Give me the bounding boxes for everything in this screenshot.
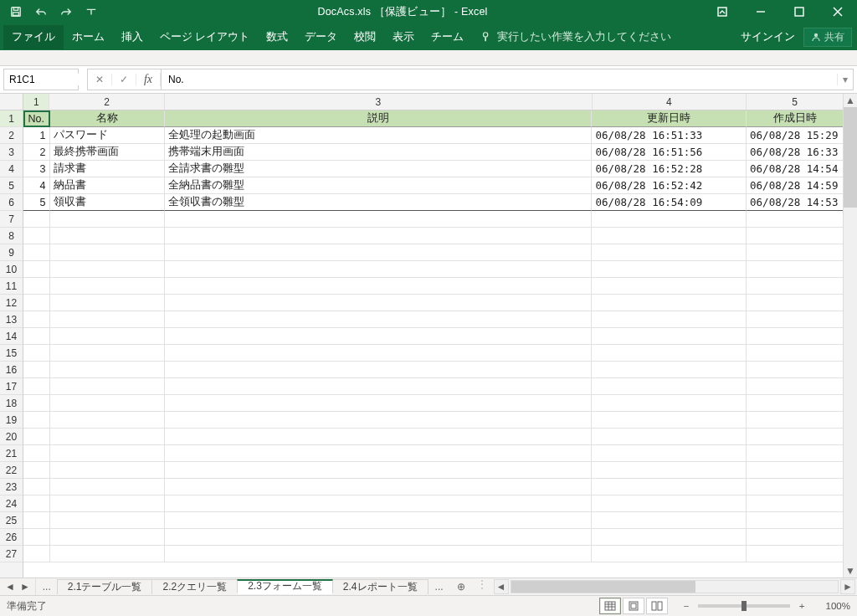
cell[interactable]: [747, 546, 844, 562]
cell[interactable]: 全請求書の雛型: [165, 161, 592, 177]
cell[interactable]: [747, 211, 844, 228]
name-box[interactable]: ▾: [3, 69, 79, 90]
tab-データ[interactable]: データ: [296, 25, 346, 49]
sheet-tab[interactable]: 2.1テーブル一覧: [57, 579, 153, 594]
cell[interactable]: [23, 261, 50, 278]
tab-校閲[interactable]: 校閲: [346, 25, 384, 49]
cell[interactable]: 名称: [50, 110, 166, 127]
cancel-edit-icon[interactable]: ✕: [88, 74, 112, 85]
row-header[interactable]: 11: [0, 278, 23, 295]
cell[interactable]: [592, 378, 747, 395]
cell[interactable]: [23, 462, 50, 479]
column-headers[interactable]: 12345: [23, 94, 844, 110]
cell[interactable]: 06/08/28 16:54:09: [592, 194, 747, 211]
view-page-layout-icon[interactable]: [623, 598, 644, 614]
row-header[interactable]: 26: [0, 529, 23, 546]
col-header[interactable]: 2: [49, 94, 164, 110]
row-header[interactable]: 12: [0, 295, 23, 311]
row-header[interactable]: 9: [0, 244, 23, 261]
close-icon[interactable]: [819, 0, 857, 23]
cell[interactable]: [50, 261, 166, 278]
cell[interactable]: [747, 512, 844, 529]
row-header[interactable]: 7: [0, 211, 23, 228]
cell[interactable]: [592, 445, 747, 462]
cell[interactable]: [50, 328, 166, 345]
cell[interactable]: [165, 512, 592, 529]
view-page-break-icon[interactable]: [646, 598, 668, 614]
cell[interactable]: 全納品書の雛型: [165, 177, 592, 194]
row-header[interactable]: 6: [0, 194, 23, 211]
cell[interactable]: [50, 345, 166, 362]
cell[interactable]: [23, 362, 50, 378]
cell[interactable]: [747, 429, 844, 445]
cell[interactable]: [165, 278, 592, 295]
save-icon[interactable]: [5, 2, 27, 22]
redo-icon[interactable]: [55, 2, 77, 22]
cell[interactable]: 06/08/28 16:52:28: [592, 161, 747, 177]
formula-input[interactable]: [162, 74, 837, 85]
cell[interactable]: 5: [23, 194, 50, 211]
row-header[interactable]: 1: [0, 110, 23, 127]
cell[interactable]: [165, 546, 592, 562]
cell[interactable]: [23, 512, 50, 529]
cell[interactable]: [23, 395, 50, 412]
view-normal-icon[interactable]: [599, 598, 621, 614]
row-header[interactable]: 27: [0, 546, 23, 562]
cell[interactable]: [747, 479, 844, 495]
horizontal-scroll-thumb[interactable]: [511, 581, 695, 593]
cell[interactable]: [23, 244, 50, 261]
cell[interactable]: [23, 328, 50, 345]
cells-area[interactable]: No.名称説明更新日時作成日時1パスワード全処理の起動画面06/08/28 16…: [23, 110, 844, 578]
cell[interactable]: [747, 261, 844, 278]
cell[interactable]: [50, 378, 166, 395]
cell[interactable]: [165, 378, 592, 395]
cell[interactable]: [592, 345, 747, 362]
sheet-tabs-trailing-ellipsis[interactable]: ...: [428, 579, 450, 594]
cell[interactable]: [23, 445, 50, 462]
select-all-corner[interactable]: [0, 94, 23, 110]
cell[interactable]: [165, 228, 592, 244]
cell[interactable]: [23, 211, 50, 228]
row-header[interactable]: 17: [0, 378, 23, 395]
cell[interactable]: [50, 228, 166, 244]
cell[interactable]: パスワード: [50, 127, 166, 144]
cell[interactable]: [747, 529, 844, 546]
cell[interactable]: [165, 211, 592, 228]
row-header[interactable]: 10: [0, 261, 23, 278]
cell[interactable]: 06/08/28 15:29: [747, 127, 844, 144]
row-header[interactable]: 13: [0, 311, 23, 328]
row-header[interactable]: 25: [0, 512, 23, 529]
cell[interactable]: [592, 244, 747, 261]
col-header[interactable]: 1: [23, 94, 49, 110]
cell[interactable]: [747, 395, 844, 412]
cell[interactable]: 06/08/28 14:54: [747, 161, 844, 177]
cell[interactable]: [747, 462, 844, 479]
row-header[interactable]: 19: [0, 412, 23, 429]
tab-チーム[interactable]: チーム: [423, 25, 472, 49]
cell[interactable]: 06/08/28 16:52:42: [592, 177, 747, 194]
qat-customize-icon[interactable]: [80, 2, 102, 22]
cell[interactable]: [592, 261, 747, 278]
sheet-prev-icon[interactable]: ◄: [5, 581, 15, 593]
cell[interactable]: [747, 311, 844, 328]
cell[interactable]: [50, 311, 166, 328]
cell[interactable]: [747, 445, 844, 462]
cell[interactable]: [23, 278, 50, 295]
cell[interactable]: [165, 429, 592, 445]
sheet-tabs-leading-ellipsis[interactable]: ...: [36, 579, 58, 594]
cell[interactable]: [747, 362, 844, 378]
cell[interactable]: 06/08/28 16:51:33: [592, 127, 747, 144]
cell[interactable]: [50, 529, 166, 546]
col-header[interactable]: 5: [747, 94, 844, 110]
vertical-scrollbar[interactable]: ▲ ▼: [843, 94, 857, 578]
cell[interactable]: [592, 412, 747, 429]
tab-挿入[interactable]: 挿入: [113, 25, 151, 49]
cell[interactable]: [50, 429, 166, 445]
cell[interactable]: 説明: [165, 110, 592, 127]
cell[interactable]: 3: [23, 161, 50, 177]
cell[interactable]: [165, 261, 592, 278]
cell[interactable]: [50, 445, 166, 462]
horizontal-scrollbar[interactable]: ◄ ►: [492, 578, 857, 595]
col-header[interactable]: 3: [165, 94, 593, 110]
cell[interactable]: [592, 278, 747, 295]
